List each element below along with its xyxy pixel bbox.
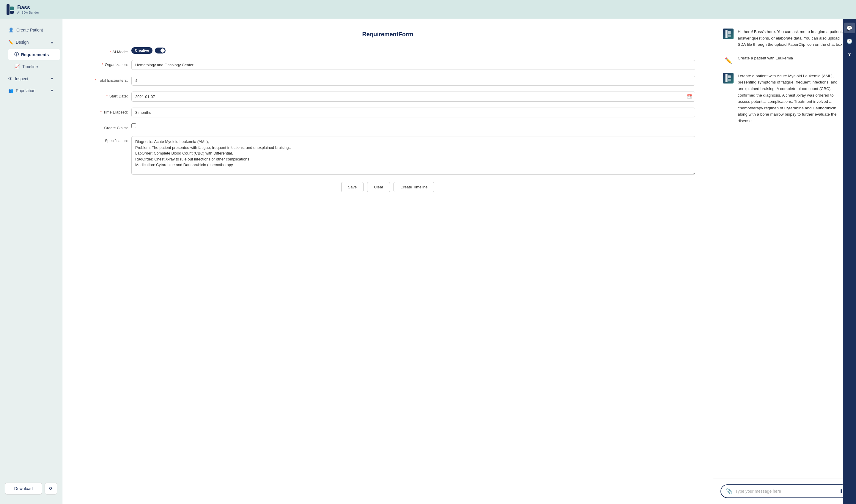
- user-avatar: ✏️: [723, 55, 734, 66]
- main-layout: 👤 Create Patient ✏️ Design ▲ ⓘ Requireme…: [0, 19, 856, 504]
- svg-rect-2: [10, 11, 14, 14]
- form-actions: Save Clear Create Timeline: [80, 182, 695, 192]
- question-icon: ?: [848, 52, 851, 57]
- trend-icon: 📈: [14, 64, 20, 69]
- sidebar-item-label: Design: [16, 40, 29, 44]
- svg-rect-3: [726, 30, 728, 38]
- sidebar-item-design[interactable]: ✏️ Design ▲: [2, 37, 60, 48]
- svg-rect-8: [728, 79, 731, 82]
- ai-mode-label: * AI Mode:: [80, 47, 128, 54]
- calendar-icon-button[interactable]: 📅: [684, 92, 695, 101]
- toggle-label: Creative: [131, 47, 153, 54]
- sidebar-item-population[interactable]: 👥 Population ▼: [2, 85, 60, 96]
- center-panel: RequirementForm * AI Mode: Creative * Or…: [63, 19, 713, 504]
- group-icon: 👥: [8, 88, 13, 93]
- form-row-ai-mode: * AI Mode: Creative: [80, 47, 695, 54]
- chat-message-3: I create a patient with Acute Myeloid Le…: [723, 73, 846, 124]
- sidebar-item-label: Timeline: [22, 64, 38, 69]
- specification-label: Specification:: [80, 136, 128, 143]
- edge-tab-history[interactable]: 🕐: [844, 36, 855, 46]
- chat-bubble-icon: 💬: [846, 25, 853, 31]
- ai-mode-toggle-switch[interactable]: [155, 48, 165, 54]
- sidebar-item-label: Inspect: [15, 76, 28, 81]
- app-subtitle: AI-SDA Builder: [17, 11, 39, 14]
- organization-label: * Organization:: [80, 60, 128, 67]
- sidebar-item-label: Create Patient: [16, 28, 43, 32]
- sidebar-item-timeline[interactable]: 📈 Timeline: [8, 61, 60, 72]
- svg-rect-5: [728, 35, 731, 37]
- save-button[interactable]: Save: [341, 182, 364, 192]
- info-circle-icon: ⓘ: [14, 52, 19, 57]
- time-elapsed-label: * Time Elapsed:: [80, 108, 128, 114]
- bass-logo-icon-2: [724, 74, 732, 82]
- eye-icon: 👁: [8, 76, 13, 81]
- chevron-down-icon: ▼: [50, 77, 54, 81]
- spinner-button[interactable]: ⟳: [44, 483, 57, 494]
- sidebar-item-requirements[interactable]: ⓘ Requirements: [8, 49, 60, 60]
- clear-button[interactable]: Clear: [367, 182, 390, 192]
- sidebar-item-label: Requirements: [21, 52, 49, 57]
- edit-icon: ✏️: [8, 40, 13, 44]
- form-title: RequirementForm: [80, 31, 695, 38]
- sidebar: 👤 Create Patient ✏️ Design ▲ ⓘ Requireme…: [0, 19, 63, 504]
- chat-input-wrapper: 📎 ⬆: [720, 484, 849, 498]
- svg-rect-0: [6, 4, 10, 15]
- form-row-time-elapsed: * Time Elapsed:: [80, 108, 695, 118]
- chat-text-1: Hi there! Bass's here. You can ask me to…: [738, 29, 846, 48]
- sidebar-bottom: Download ⟳: [0, 478, 62, 499]
- topbar: Bass AI-SDA Builder: [0, 0, 856, 19]
- app-title: Bass: [17, 4, 39, 11]
- pencil-icon: ✏️: [725, 57, 732, 64]
- organization-input[interactable]: [131, 60, 695, 70]
- attach-button[interactable]: 📎: [726, 488, 732, 494]
- form-row-organization: * Organization:: [80, 60, 695, 70]
- sidebar-item-inspect[interactable]: 👁 Inspect ▼: [2, 73, 60, 84]
- sidebar-item-create-patient[interactable]: 👤 Create Patient: [2, 24, 60, 36]
- total-encounters-input[interactable]: [131, 76, 695, 86]
- right-panel: Hi there! Bass's here. You can ask me to…: [713, 19, 856, 504]
- svg-rect-4: [728, 31, 731, 34]
- create-claim-label: Create Claim:: [80, 123, 128, 130]
- bass-logo-icon-1: [724, 30, 732, 38]
- chat-messages: Hi there! Bass's here. You can ask me to…: [713, 19, 856, 478]
- chat-text-3: I create a patient with Acute Myeloid Le…: [738, 73, 846, 124]
- start-date-input[interactable]: [132, 92, 684, 101]
- logo-text: Bass AI-SDA Builder: [17, 4, 39, 14]
- chat-input[interactable]: [735, 489, 836, 493]
- chat-text-2: Create a patient with Leukemia: [738, 55, 846, 61]
- chat-message-1: Hi there! Bass's here. You can ask me to…: [723, 29, 846, 48]
- start-date-wrapper: 📅: [131, 92, 695, 102]
- create-claim-checkbox[interactable]: [131, 123, 136, 128]
- logo-icon: [6, 4, 14, 15]
- chevron-up-icon: ▲: [50, 40, 54, 44]
- sidebar-indent-group: ⓘ Requirements 📈 Timeline: [0, 48, 62, 73]
- create-claim-checkbox-group: [131, 123, 136, 128]
- form-row-start-date: * Start Date: 📅: [80, 92, 695, 102]
- person-icon: 👤: [8, 27, 14, 33]
- start-date-label: * Start Date:: [80, 92, 128, 98]
- spinner-icon: ⟳: [49, 486, 53, 491]
- create-timeline-button[interactable]: Create Timeline: [393, 182, 434, 192]
- sidebar-item-label: Population: [16, 88, 35, 93]
- logo-area: Bass AI-SDA Builder: [6, 4, 39, 15]
- edge-tab-help[interactable]: ?: [844, 49, 855, 59]
- chat-message-2: ✏️ Create a patient with Leukemia: [723, 55, 846, 66]
- ai-avatar-2: [723, 73, 734, 84]
- svg-rect-1: [10, 6, 14, 10]
- ai-avatar-1: [723, 29, 734, 39]
- specification-textarea[interactable]: Diagnosis: Acute Myeloid Leukemia (AML),…: [131, 136, 695, 175]
- svg-rect-7: [728, 75, 731, 78]
- chat-input-area: 📎 ⬆: [713, 478, 856, 504]
- svg-rect-6: [726, 74, 728, 82]
- download-button[interactable]: Download: [5, 483, 42, 494]
- chevron-down-icon-pop: ▼: [50, 89, 54, 93]
- form-row-specification: Specification: Diagnosis: Acute Myeloid …: [80, 136, 695, 175]
- edge-tab-chat[interactable]: 💬: [844, 22, 855, 33]
- encounters-label: * Total Encounters:: [80, 76, 128, 83]
- time-elapsed-input[interactable]: [131, 108, 695, 118]
- form-row-encounters: * Total Encounters:: [80, 76, 695, 86]
- edge-tabs: 💬 🕐 ?: [843, 19, 856, 504]
- clock-icon: 🕐: [846, 38, 853, 44]
- form-row-create-claim: Create Claim:: [80, 123, 695, 130]
- ai-mode-toggle-group: Creative: [131, 47, 165, 54]
